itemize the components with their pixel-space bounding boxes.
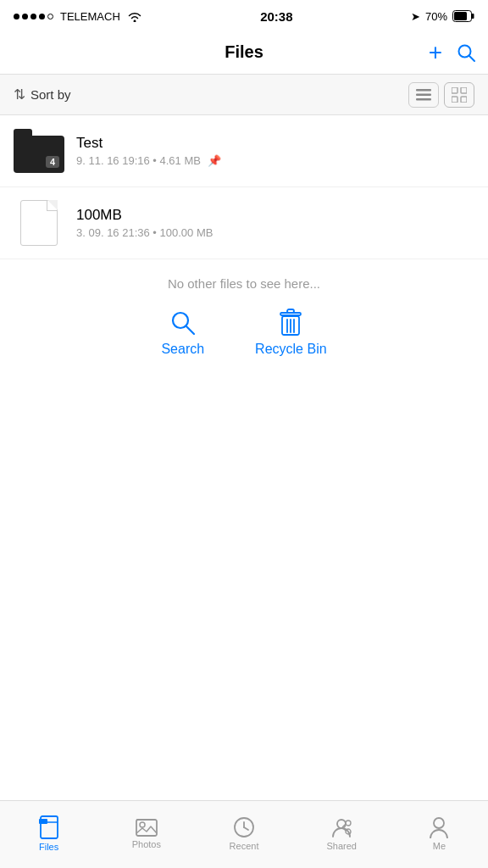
file-info: Test 9. 11. 16 19:16 • 4.61 MB 📌 (76, 135, 474, 167)
shared-tab-icon (330, 816, 352, 838)
svg-point-30 (337, 820, 346, 828)
svg-line-29 (244, 827, 248, 830)
empty-text: No other files to see here... (14, 276, 474, 291)
dot3 (30, 14, 36, 19)
location-icon: ➤ (411, 10, 420, 23)
file-item[interactable]: 100MB 3. 09. 16 21:36 • 100.00 MB (0, 187, 488, 259)
dot5 (47, 14, 53, 19)
sort-button[interactable]: ⇅ Sort by (14, 86, 71, 103)
pin-icon: 📌 (208, 154, 221, 167)
battery-icon (452, 10, 474, 22)
dot2 (22, 14, 28, 19)
me-tab-icon (429, 816, 449, 838)
tab-files[interactable]: Files (0, 809, 97, 852)
status-right: ➤ 70% (411, 10, 474, 23)
svg-rect-1 (471, 14, 474, 19)
shared-tab-label: Shared (326, 841, 356, 851)
tab-recent[interactable]: Recent (195, 810, 292, 851)
svg-point-31 (346, 821, 351, 826)
svg-line-13 (186, 326, 194, 334)
svg-rect-7 (416, 98, 431, 101)
trash-icon (275, 308, 306, 338)
svg-rect-11 (461, 97, 467, 103)
recycle-bin-button[interactable]: Recycle Bin (255, 308, 326, 357)
search-action-button[interactable]: Search (161, 308, 204, 357)
file-doc-corner (47, 201, 57, 211)
file-info: 100MB 3. 09. 16 21:36 • 100.00 MB (76, 207, 474, 239)
battery-percent: 70% (425, 10, 447, 23)
status-time: 20:38 (260, 9, 292, 24)
page-title: Files (225, 42, 263, 62)
carrier-name: TELEMACH (60, 10, 120, 23)
svg-rect-10 (452, 97, 458, 103)
file-list: 4 Test 9. 11. 16 19:16 • 4.61 MB 📌 100MB… (0, 115, 488, 259)
folder-icon-wrap: 4 (14, 125, 64, 176)
svg-line-4 (469, 55, 475, 61)
me-tab-label: Me (433, 841, 446, 851)
svg-point-24 (140, 822, 145, 827)
sort-label: Sort by (30, 87, 71, 102)
list-view-button[interactable] (408, 82, 439, 108)
folder-body: 4 (14, 136, 64, 173)
svg-rect-6 (416, 93, 431, 96)
svg-point-35 (434, 818, 444, 828)
folder-icon: 4 (14, 129, 64, 173)
photos-tab-label: Photos (132, 839, 161, 849)
nav-actions: + (429, 41, 476, 64)
file-meta: 3. 09. 16 21:36 • 100.00 MB (76, 226, 474, 239)
file-icon-wrap (14, 198, 64, 248)
sort-bar: ⇅ Sort by (0, 75, 488, 115)
svg-rect-15 (287, 309, 294, 313)
status-left: TELEMACH (14, 10, 142, 23)
file-item[interactable]: 4 Test 9. 11. 16 19:16 • 4.61 MB 📌 (0, 115, 488, 187)
file-doc-body (20, 200, 58, 246)
empty-state: No other files to see here... Search (0, 259, 488, 365)
svg-rect-23 (136, 820, 157, 836)
recent-tab-icon (233, 816, 255, 838)
svg-rect-8 (452, 87, 458, 93)
photos-tab-icon (136, 818, 158, 837)
file-name: 100MB (76, 207, 474, 224)
dot1 (14, 14, 19, 19)
empty-actions: Search Recycle Bin (14, 308, 474, 357)
svg-rect-5 (416, 89, 431, 92)
tab-shared[interactable]: Shared (293, 810, 391, 851)
files-tab-icon (39, 815, 59, 839)
tab-bar: Files Photos Recent (0, 800, 488, 868)
search-button[interactable] (456, 42, 476, 63)
status-bar: TELEMACH 20:38 ➤ 70% (0, 0, 488, 31)
search-action-icon (168, 308, 198, 338)
view-toggle (408, 82, 474, 108)
tab-me[interactable]: Me (391, 810, 488, 851)
dot4 (39, 14, 45, 19)
grid-view-button[interactable] (444, 82, 474, 108)
search-action-label: Search (161, 342, 204, 357)
svg-rect-22 (39, 819, 47, 824)
sort-icon: ⇅ (14, 86, 25, 103)
file-name: Test (76, 135, 474, 152)
svg-rect-9 (461, 87, 467, 93)
signal-dots (14, 14, 53, 19)
add-button[interactable]: + (429, 41, 442, 64)
tab-photos[interactable]: Photos (97, 811, 195, 849)
files-tab-label: Files (39, 842, 58, 852)
recent-tab-label: Recent (230, 841, 259, 851)
recycle-bin-label: Recycle Bin (255, 342, 326, 357)
file-doc-icon (20, 200, 58, 246)
wifi-icon (127, 11, 142, 22)
folder-badge: 4 (46, 156, 59, 168)
nav-bar: Files + (0, 31, 488, 75)
file-meta: 9. 11. 16 19:16 • 4.61 MB 📌 (76, 154, 474, 167)
svg-rect-2 (454, 12, 467, 20)
